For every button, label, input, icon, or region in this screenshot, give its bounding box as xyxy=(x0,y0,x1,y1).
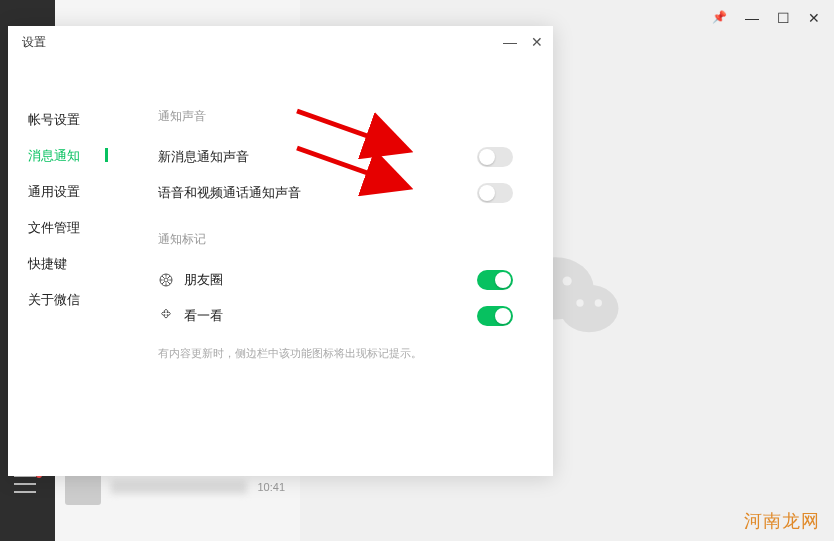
window-controls: 📌 — ☐ ✕ xyxy=(698,0,834,36)
setting-topstories: 看一看 xyxy=(158,298,513,334)
dialog-minimize-button[interactable]: — xyxy=(503,35,517,49)
nav-general[interactable]: 通用设置 xyxy=(28,174,118,210)
svg-point-5 xyxy=(595,299,602,306)
section-sound-heading: 通知声音 xyxy=(158,108,513,125)
chat-preview xyxy=(111,480,247,494)
watermark: 河南龙网 xyxy=(744,509,820,533)
pin-icon[interactable]: 📌 xyxy=(712,10,727,26)
moments-icon xyxy=(158,272,174,288)
nav-shortcuts[interactable]: 快捷键 xyxy=(28,246,118,282)
nav-about[interactable]: 关于微信 xyxy=(28,282,118,318)
settings-dialog: 设置 — ✕ 帐号设置 消息通知 通用设置 文件管理 快捷键 关于微信 通知声音… xyxy=(8,26,553,476)
svg-point-3 xyxy=(563,276,572,285)
setting-label: 语音和视频通话通知声音 xyxy=(158,184,301,202)
settings-nav: 帐号设置 消息通知 通用设置 文件管理 快捷键 关于微信 xyxy=(8,58,118,476)
svg-point-4 xyxy=(576,299,583,306)
nav-notifications[interactable]: 消息通知 xyxy=(28,138,118,174)
maximize-button[interactable]: ☐ xyxy=(777,10,790,26)
topstories-icon xyxy=(158,308,174,324)
setting-label: 新消息通知声音 xyxy=(158,148,249,166)
dialog-controls: — ✕ xyxy=(503,35,543,49)
setting-call-sound: 语音和视频通话通知声音 xyxy=(158,175,513,211)
setting-label: 看一看 xyxy=(184,307,223,325)
svg-point-1 xyxy=(560,285,619,333)
close-button[interactable]: ✕ xyxy=(808,10,820,26)
nav-files[interactable]: 文件管理 xyxy=(28,210,118,246)
toggle-new-message-sound[interactable] xyxy=(477,147,513,167)
minimize-button[interactable]: — xyxy=(745,10,759,26)
toggle-moments[interactable] xyxy=(477,270,513,290)
dialog-header: 设置 — ✕ xyxy=(8,26,553,58)
toggle-call-sound[interactable] xyxy=(477,183,513,203)
setting-new-message-sound: 新消息通知声音 xyxy=(158,139,513,175)
setting-moments: 朋友圈 xyxy=(158,262,513,298)
settings-pane: 通知声音 新消息通知声音 语音和视频通话通知声音 通知标记 xyxy=(118,58,553,476)
setting-label: 朋友圈 xyxy=(184,271,223,289)
nav-account[interactable]: 帐号设置 xyxy=(28,102,118,138)
toggle-topstories[interactable] xyxy=(477,306,513,326)
svg-point-7 xyxy=(164,278,168,282)
section-badge-heading: 通知标记 xyxy=(158,231,513,248)
menu-icon[interactable] xyxy=(14,475,36,493)
chat-time: 10:41 xyxy=(257,481,285,493)
dialog-title: 设置 xyxy=(22,34,46,51)
badge-hint: 有内容更新时，侧边栏中该功能图标将出现标记提示。 xyxy=(158,346,513,361)
dialog-close-button[interactable]: ✕ xyxy=(531,35,543,49)
